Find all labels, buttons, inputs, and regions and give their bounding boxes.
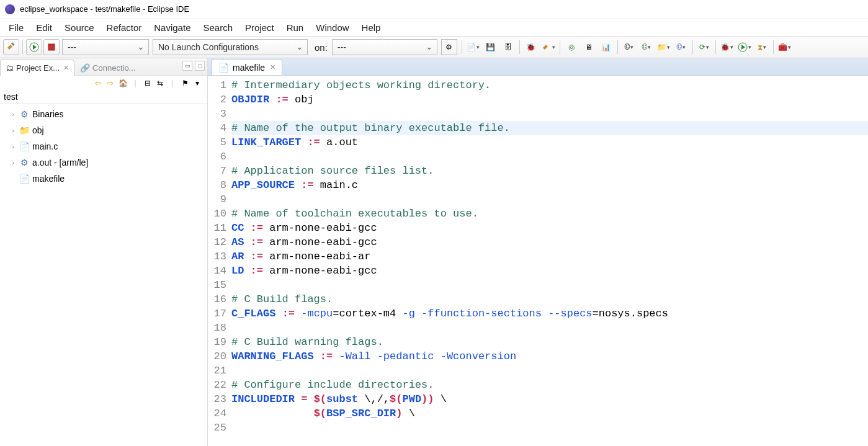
tree-item[interactable]: ›📄main.c	[1, 138, 206, 154]
dropdown-arrow-icon: ▾	[706, 44, 709, 50]
expand-icon[interactable]: ›	[9, 143, 17, 150]
dropdown-arrow-icon: ▾	[763, 44, 766, 50]
run-button[interactable]	[26, 39, 42, 55]
menu-refactor[interactable]: Refactor	[101, 20, 148, 35]
view-menu-button[interactable]: ▾	[192, 78, 203, 89]
project-explorer-toolbar: ⇦ ⇨ 🏠 | ⊟ ⇆ | ⚑ ▾	[0, 76, 207, 91]
new-icon: 📄	[467, 43, 476, 51]
build-hammer2-button[interactable]: ▾	[540, 39, 557, 55]
dropdown-arrow-icon: ▾	[477, 44, 480, 50]
line-number-gutter: 1234567891011121314151617181920212223242…	[208, 76, 229, 446]
connections-tab[interactable]: 🔗 Connectio...	[74, 60, 141, 76]
launch-settings-button[interactable]: ⚙	[441, 39, 457, 55]
collapse-all-button[interactable]: ⊟	[142, 78, 153, 89]
menu-search[interactable]: Search	[197, 20, 239, 35]
console-icon: 🖥	[585, 43, 593, 51]
launch-target-combo[interactable]: ---	[332, 39, 437, 55]
minimize-panel-button[interactable]: ▭	[182, 61, 192, 71]
main-toolbar: --- No Launch Configurations on: --- ⚙ 📄…	[0, 36, 868, 58]
filter-button[interactable]: ⚑	[179, 78, 190, 89]
makefile-icon: 📄	[218, 63, 229, 73]
project-explorer-icon: 🗂	[6, 63, 14, 73]
new-button[interactable]: 📄▾	[465, 39, 481, 55]
menu-help[interactable]: Help	[356, 20, 387, 35]
project-tree: ›⚙Binaries›📁obj›📄main.c›⚙a.out - [arm/le…	[0, 104, 207, 189]
menu-window[interactable]: Window	[310, 20, 355, 35]
expand-icon[interactable]: ›	[9, 110, 17, 118]
tree-item-label: makefile	[32, 174, 65, 184]
debug-button[interactable]: 🐞▾	[719, 39, 735, 55]
tab-label: Project Ex...	[16, 63, 60, 73]
toolbar-separator	[773, 40, 774, 54]
maximize-panel-button[interactable]: ◻	[195, 61, 205, 71]
home-button[interactable]: 🏠	[117, 78, 128, 89]
launch-mode-value: ---	[68, 42, 76, 52]
project-root[interactable]: test	[0, 91, 207, 104]
editor-tab-makefile[interactable]: 📄 makefile ✕	[212, 59, 282, 75]
toolbar-separator	[462, 40, 462, 54]
toolbar-separator	[617, 40, 618, 54]
gear-icon: ⚙	[445, 43, 452, 51]
new-file-button[interactable]: ©▾	[673, 39, 689, 55]
new-class-button[interactable]: ©▾	[638, 39, 655, 55]
stop-button[interactable]	[43, 39, 60, 55]
launch-config-value: No Launch Configurations	[158, 42, 259, 52]
refresh-icon: ⟳	[699, 43, 705, 51]
menu-navigate[interactable]: Navigate	[148, 20, 197, 35]
target-button[interactable]: ◎	[563, 39, 579, 55]
save-button[interactable]: 💾	[483, 39, 499, 55]
menu-source[interactable]: Source	[58, 20, 101, 35]
tree-item[interactable]: 📄makefile	[1, 171, 206, 187]
tree-item-label: obj	[32, 125, 44, 135]
build-hammer-button[interactable]	[3, 39, 19, 55]
menubar: FileEditSourceRefactorNavigateSearchProj…	[0, 19, 868, 36]
file-icon: ©	[676, 43, 682, 51]
console-button[interactable]: 🖥	[581, 39, 597, 55]
expand-icon[interactable]: ›	[9, 159, 17, 166]
menu-edit[interactable]: Edit	[30, 20, 58, 35]
menu-project[interactable]: Project	[239, 20, 280, 35]
menu-run[interactable]: Run	[280, 20, 310, 35]
tree-item[interactable]: ›📁obj	[1, 122, 206, 138]
left-tabstrip: 🗂 Project Ex... ✕ 🔗 Connectio... ▭ ◻	[0, 58, 207, 76]
tree-item[interactable]: ›⚙a.out - [arm/le]	[1, 154, 206, 171]
editor-body[interactable]: 1234567891011121314151617181920212223242…	[208, 76, 868, 446]
profile-icon: ⧗	[758, 43, 763, 51]
toolbar-separator	[692, 40, 693, 54]
dropdown-arrow-icon: ▾	[682, 44, 686, 50]
sep: |	[130, 78, 141, 89]
window-titlebar: eclipse_workspace - test/makefile - Ecli…	[0, 0, 868, 19]
window-title: eclipse_workspace - test/makefile - Ecli…	[20, 4, 189, 14]
new-cpp-button[interactable]: ©▾	[621, 39, 637, 55]
close-icon[interactable]: ✕	[270, 63, 275, 71]
menu-file[interactable]: File	[2, 20, 30, 35]
project-explorer-tab[interactable]: 🗂 Project Ex... ✕	[0, 60, 74, 76]
tab-label: Connectio...	[92, 63, 135, 73]
close-icon[interactable]: ✕	[63, 64, 69, 72]
types-button[interactable]: 📊	[598, 39, 614, 55]
debug-bug-button[interactable]: 🐞	[523, 39, 539, 55]
new-folder-button[interactable]: 📁▾	[656, 39, 672, 55]
save-all-button[interactable]: 🗄	[500, 39, 516, 55]
workbench: 🗂 Project Ex... ✕ 🔗 Connectio... ▭ ◻ ⇦ ⇨…	[0, 58, 868, 446]
dropdown-arrow-icon: ▾	[552, 44, 555, 50]
link-editor-button[interactable]: ⇆	[154, 78, 166, 89]
run-dropdown-button[interactable]: ▾	[736, 39, 753, 55]
save-all-icon: 🗄	[504, 43, 512, 51]
editor-panel: 📄 makefile ✕ 123456789101112131415161718…	[208, 58, 868, 446]
refresh-button[interactable]: ⟳▾	[696, 39, 712, 55]
tree-item[interactable]: ›⚙Binaries	[1, 106, 206, 122]
dropdown-arrow-icon: ▾	[788, 44, 791, 50]
code-area[interactable]: # Intermediary objects working directory…	[229, 76, 868, 446]
expand-icon[interactable]: ›	[9, 127, 17, 134]
ext-tools-button[interactable]: 🧰▾	[777, 39, 793, 55]
project-explorer-panel: 🗂 Project Ex... ✕ 🔗 Connectio... ▭ ◻ ⇦ ⇨…	[0, 58, 208, 446]
dropdown-arrow-icon: ▾	[630, 44, 633, 50]
launch-config-combo[interactable]: No Launch Configurations	[153, 39, 308, 55]
profile-button[interactable]: ⧗▾	[754, 39, 770, 55]
folder-icon: 📁	[19, 125, 30, 135]
dropdown-arrow-icon: ▾	[748, 44, 751, 50]
back-button[interactable]: ⇦	[92, 78, 104, 89]
launch-mode-combo[interactable]: ---	[62, 39, 149, 55]
forward-button[interactable]: ⇨	[105, 78, 116, 89]
